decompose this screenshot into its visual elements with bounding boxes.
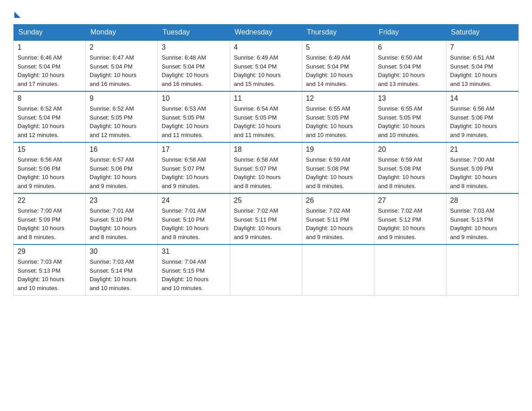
calendar-cell — [302, 244, 374, 295]
calendar-cell: 26 Sunrise: 7:02 AM Sunset: 5:11 PM Dayl… — [302, 193, 374, 244]
calendar-cell: 10 Sunrise: 6:53 AM Sunset: 5:05 PM Dayl… — [158, 91, 230, 142]
calendar-header-monday: Monday — [86, 25, 158, 41]
calendar-header-tuesday: Tuesday — [158, 25, 230, 41]
calendar-cell: 20 Sunrise: 6:59 AM Sunset: 5:08 PM Dayl… — [374, 142, 446, 193]
calendar-header-row: SundayMondayTuesdayWednesdayThursdayFrid… — [14, 25, 519, 41]
calendar-cell: 25 Sunrise: 7:02 AM Sunset: 5:11 PM Dayl… — [230, 193, 302, 244]
day-number: 29 — [17, 248, 82, 256]
calendar-cell: 8 Sunrise: 6:52 AM Sunset: 5:04 PM Dayli… — [14, 91, 86, 142]
day-number: 3 — [162, 43, 226, 51]
day-info: Sunrise: 6:54 AM Sunset: 5:05 PM Dayligh… — [234, 104, 298, 139]
calendar-cell: 5 Sunrise: 6:49 AM Sunset: 5:04 PM Dayli… — [302, 40, 374, 91]
day-info: Sunrise: 7:02 AM Sunset: 5:11 PM Dayligh… — [306, 206, 370, 241]
day-number: 23 — [90, 197, 154, 205]
day-info: Sunrise: 6:47 AM Sunset: 5:04 PM Dayligh… — [90, 53, 154, 88]
day-number: 12 — [306, 94, 370, 103]
day-info: Sunrise: 7:03 AM Sunset: 5:13 PM Dayligh… — [450, 206, 515, 241]
calendar-cell: 27 Sunrise: 7:02 AM Sunset: 5:12 PM Dayl… — [374, 193, 446, 244]
calendar-cell: 16 Sunrise: 6:57 AM Sunset: 5:06 PM Dayl… — [86, 142, 158, 193]
day-info: Sunrise: 7:03 AM Sunset: 5:13 PM Dayligh… — [17, 257, 82, 292]
calendar-cell: 6 Sunrise: 6:50 AM Sunset: 5:04 PM Dayli… — [374, 40, 446, 91]
calendar-cell: 9 Sunrise: 6:52 AM Sunset: 5:05 PM Dayli… — [86, 91, 158, 142]
day-number: 15 — [17, 146, 82, 154]
calendar-header-thursday: Thursday — [302, 25, 374, 41]
day-number: 1 — [17, 43, 82, 51]
day-info: Sunrise: 6:46 AM Sunset: 5:04 PM Dayligh… — [17, 53, 82, 88]
day-number: 20 — [378, 146, 442, 154]
calendar-header-sunday: Sunday — [14, 25, 86, 41]
day-number: 16 — [90, 146, 154, 154]
calendar-cell: 14 Sunrise: 6:56 AM Sunset: 5:06 PM Dayl… — [446, 91, 519, 142]
calendar-header-wednesday: Wednesday — [230, 25, 302, 41]
calendar-cell: 11 Sunrise: 6:54 AM Sunset: 5:05 PM Dayl… — [230, 91, 302, 142]
day-info: Sunrise: 6:49 AM Sunset: 5:04 PM Dayligh… — [306, 53, 370, 88]
calendar-cell: 12 Sunrise: 6:55 AM Sunset: 5:05 PM Dayl… — [302, 91, 374, 142]
day-number: 11 — [234, 94, 298, 103]
calendar-week-row: 1 Sunrise: 6:46 AM Sunset: 5:04 PM Dayli… — [14, 40, 519, 91]
calendar-cell: 29 Sunrise: 7:03 AM Sunset: 5:13 PM Dayl… — [14, 244, 86, 295]
day-number: 8 — [17, 94, 82, 103]
calendar-cell: 22 Sunrise: 7:00 AM Sunset: 5:09 PM Dayl… — [14, 193, 86, 244]
day-number: 25 — [234, 197, 298, 205]
calendar-week-row: 22 Sunrise: 7:00 AM Sunset: 5:09 PM Dayl… — [14, 193, 519, 244]
calendar-cell: 4 Sunrise: 6:49 AM Sunset: 5:04 PM Dayli… — [230, 40, 302, 91]
day-number: 27 — [378, 197, 442, 205]
calendar-cell: 24 Sunrise: 7:01 AM Sunset: 5:10 PM Dayl… — [158, 193, 230, 244]
calendar-cell: 3 Sunrise: 6:48 AM Sunset: 5:04 PM Dayli… — [158, 40, 230, 91]
day-info: Sunrise: 6:48 AM Sunset: 5:04 PM Dayligh… — [162, 53, 226, 88]
day-info: Sunrise: 6:53 AM Sunset: 5:05 PM Dayligh… — [162, 104, 226, 139]
day-info: Sunrise: 6:57 AM Sunset: 5:06 PM Dayligh… — [90, 155, 154, 190]
day-number: 21 — [450, 146, 515, 154]
day-info: Sunrise: 7:03 AM Sunset: 5:14 PM Dayligh… — [90, 257, 154, 292]
calendar-cell: 23 Sunrise: 7:01 AM Sunset: 5:10 PM Dayl… — [86, 193, 158, 244]
logo-triangle-icon — [14, 12, 21, 18]
calendar-header-saturday: Saturday — [446, 25, 519, 41]
calendar-cell: 2 Sunrise: 6:47 AM Sunset: 5:04 PM Dayli… — [86, 40, 158, 91]
calendar-cell: 21 Sunrise: 7:00 AM Sunset: 5:09 PM Dayl… — [446, 142, 519, 193]
day-info: Sunrise: 6:59 AM Sunset: 5:08 PM Dayligh… — [378, 155, 442, 190]
calendar-cell: 15 Sunrise: 6:56 AM Sunset: 5:06 PM Dayl… — [14, 142, 86, 193]
day-number: 5 — [306, 43, 370, 51]
day-info: Sunrise: 6:58 AM Sunset: 5:07 PM Dayligh… — [234, 155, 298, 190]
day-number: 10 — [162, 94, 226, 103]
day-info: Sunrise: 6:56 AM Sunset: 5:06 PM Dayligh… — [450, 104, 515, 139]
day-number: 19 — [306, 146, 370, 154]
day-number: 17 — [162, 146, 226, 154]
calendar-cell: 13 Sunrise: 6:55 AM Sunset: 5:05 PM Dayl… — [374, 91, 446, 142]
day-number: 13 — [378, 94, 442, 103]
day-info: Sunrise: 7:02 AM Sunset: 5:11 PM Dayligh… — [234, 206, 298, 241]
logo — [13, 9, 21, 16]
calendar-week-row: 15 Sunrise: 6:56 AM Sunset: 5:06 PM Dayl… — [14, 142, 519, 193]
day-info: Sunrise: 6:51 AM Sunset: 5:04 PM Dayligh… — [450, 53, 515, 88]
day-number: 14 — [450, 94, 515, 103]
day-number: 28 — [450, 197, 515, 205]
calendar-table: SundayMondayTuesdayWednesdayThursdayFrid… — [13, 24, 519, 295]
day-number: 30 — [90, 248, 154, 256]
day-info: Sunrise: 7:04 AM Sunset: 5:15 PM Dayligh… — [162, 257, 226, 292]
day-info: Sunrise: 6:55 AM Sunset: 5:05 PM Dayligh… — [378, 104, 442, 139]
day-number: 9 — [90, 94, 154, 103]
day-info: Sunrise: 7:00 AM Sunset: 5:09 PM Dayligh… — [17, 206, 82, 241]
day-number: 22 — [17, 197, 82, 205]
day-info: Sunrise: 6:52 AM Sunset: 5:05 PM Dayligh… — [90, 104, 154, 139]
day-number: 24 — [162, 197, 226, 205]
day-number: 7 — [450, 43, 515, 51]
calendar-cell: 7 Sunrise: 6:51 AM Sunset: 5:04 PM Dayli… — [446, 40, 519, 91]
calendar-cell: 1 Sunrise: 6:46 AM Sunset: 5:04 PM Dayli… — [14, 40, 86, 91]
calendar-cell — [230, 244, 302, 295]
calendar-header-friday: Friday — [374, 25, 446, 41]
day-number: 18 — [234, 146, 298, 154]
day-info: Sunrise: 6:52 AM Sunset: 5:04 PM Dayligh… — [17, 104, 82, 139]
day-info: Sunrise: 7:02 AM Sunset: 5:12 PM Dayligh… — [378, 206, 442, 241]
page-header — [13, 9, 519, 16]
day-info: Sunrise: 7:01 AM Sunset: 5:10 PM Dayligh… — [162, 206, 226, 241]
day-info: Sunrise: 6:55 AM Sunset: 5:05 PM Dayligh… — [306, 104, 370, 139]
calendar-cell — [374, 244, 446, 295]
day-info: Sunrise: 7:01 AM Sunset: 5:10 PM Dayligh… — [90, 206, 154, 241]
day-number: 4 — [234, 43, 298, 51]
calendar-cell: 31 Sunrise: 7:04 AM Sunset: 5:15 PM Dayl… — [158, 244, 230, 295]
day-number: 6 — [378, 43, 442, 51]
calendar-week-row: 8 Sunrise: 6:52 AM Sunset: 5:04 PM Dayli… — [14, 91, 519, 142]
day-info: Sunrise: 6:49 AM Sunset: 5:04 PM Dayligh… — [234, 53, 298, 88]
calendar-cell — [446, 244, 519, 295]
